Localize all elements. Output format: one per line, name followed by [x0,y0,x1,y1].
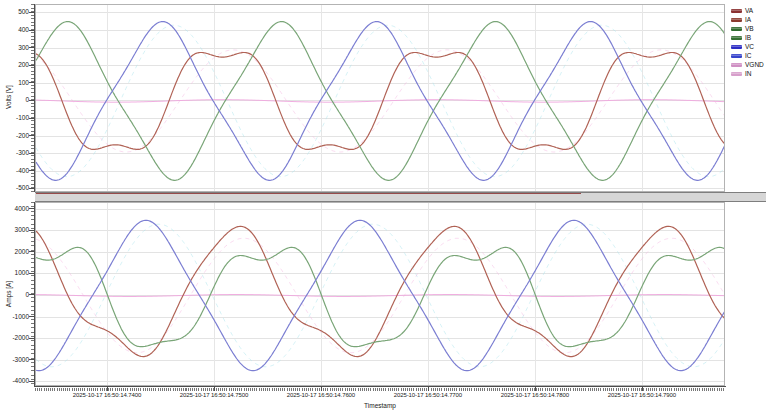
legend-swatch-icon [731,72,742,76]
y-tick-label: 400 [2,26,29,33]
y-tick-mark [29,294,35,295]
y-tick-mark [29,170,35,171]
x-tick-mark [214,387,215,391]
x-tick-label: 2025-10-17 16:50:14.7400 [47,392,167,399]
x-tick-mark [428,387,429,391]
legend-swatch-icon [731,9,742,13]
y-tick-mark [29,188,35,189]
y-tick-label: 500 [2,8,29,15]
x-tick-label: 2025-10-17 16:50:14.7900 [582,392,702,399]
x-tick-label: 2025-10-17 16:50:14.7700 [368,392,488,399]
y-tick-label: -200 [2,132,29,139]
legend-swatch-icon [731,36,742,40]
divider-accent-line [36,193,581,194]
waveform-IA [36,226,725,356]
legend-label: VC [745,43,754,51]
legend-swatch-icon [731,54,742,58]
waveform-viewer: Volts [V] Amps [A] Timestamp VAIAVBIBVCI… [0,0,768,416]
y-tick-mark [29,208,35,209]
x-axis-title: Timestamp [364,402,396,409]
y-tick-label: 100 [2,79,29,86]
legend-label: IA [745,16,751,24]
legend-item-VC[interactable]: VC [731,42,764,51]
y-tick-label: 0 [2,291,29,298]
x-tick-label: 2025-10-17 16:50:14.7800 [475,392,595,399]
y-tick-mark [29,359,35,360]
y-tick-label: -3000 [2,356,29,363]
y-tick-mark [29,82,35,83]
y-tick-mark [29,118,35,119]
legend-item-VA[interactable]: VA [731,6,764,15]
voltage-minor-ticks [31,4,34,192]
y-tick-mark [29,100,35,101]
y-tick-mark [29,230,35,231]
legend-item-VGND[interactable]: VGND [731,60,764,69]
legend-label: VGND [745,61,764,69]
x-tick-label: 2025-10-17 16:50:14.7600 [261,392,381,399]
voltage-y-axis-line [34,4,35,192]
y-tick-label: 4000 [2,205,29,212]
y-tick-label: 200 [2,61,29,68]
legend-label: VA [745,7,753,15]
legend-item-IA[interactable]: IA [731,15,764,24]
legend-item-IN[interactable]: IN [731,69,764,78]
legend-label: IN [745,70,752,78]
x-tick-label: 2025-10-17 16:50:14.7500 [154,392,274,399]
plot-canvas [36,203,725,386]
time-minor-ticks [35,388,725,391]
legend-label: IB [745,34,751,42]
y-tick-mark [29,47,35,48]
legend-item-VB[interactable]: VB [731,24,764,33]
y-tick-label: -4000 [2,377,29,384]
legend-item-IC[interactable]: IC [731,51,764,60]
legend-swatch-icon [731,18,742,22]
y-tick-mark [29,273,35,274]
y-tick-mark [29,135,35,136]
legend-swatch-icon [731,45,742,49]
y-tick-label: -500 [2,184,29,191]
y-tick-label: 2000 [2,248,29,255]
y-tick-mark [29,153,35,154]
y-tick-label: 1000 [2,269,29,276]
y-tick-label: 0 [2,96,29,103]
x-tick-mark [535,387,536,391]
x-tick-mark [321,387,322,391]
y-tick-label: -100 [2,114,29,121]
y-tick-mark [29,12,35,13]
legend-label: VB [745,25,754,33]
y-tick-mark [29,30,35,31]
y-tick-mark [29,338,35,339]
plot-canvas [36,5,725,192]
x-axis-line [34,386,726,387]
x-tick-mark [107,387,108,391]
legend: VAIAVBIBVCICVGNDIN [731,6,764,78]
y-tick-label: -300 [2,149,29,156]
voltage-plot-area[interactable] [35,4,725,192]
y-tick-label: 300 [2,44,29,51]
y-tick-mark [29,316,35,317]
y-tick-label: -2000 [2,334,29,341]
legend-swatch-icon [731,63,742,67]
x-tick-mark [642,387,643,391]
legend-swatch-icon [731,27,742,31]
y-tick-label: 3000 [2,226,29,233]
y-tick-mark [29,65,35,66]
legend-label: IC [745,52,752,60]
y-tick-mark [29,381,35,382]
y-tick-mark [29,251,35,252]
y-tick-label: -400 [2,167,29,174]
current-plot-area[interactable] [35,202,725,386]
legend-item-IB[interactable]: IB [731,33,764,42]
y-tick-label: -1000 [2,313,29,320]
